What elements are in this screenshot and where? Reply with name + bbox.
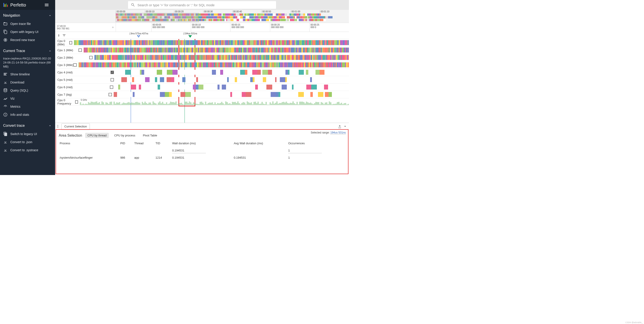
panel-menu-button[interactable] [55,125,60,128]
svg-point-15 [58,127,58,128]
nav-open-trace[interactable]: Open trace file [0,20,55,28]
column-header[interactable]: TID [154,140,170,147]
column-header[interactable]: Occurrences [286,140,348,147]
nav-section-title[interactable]: Navigation [0,11,55,20]
svg-rect-2 [6,4,6,7]
track-checkbox[interactable] [89,56,92,59]
timeline-start-time: 17:49:33 [57,25,70,27]
brand: Perfetto [0,1,55,9]
svg-point-13 [58,125,58,126]
minimap[interactable]: 00:00:0000:00:1000:00:2000:00:3000:00:40… [55,10,349,23]
track-checkbox[interactable] [78,49,82,52]
track-checkbox[interactable] [108,93,112,96]
chevron-down-icon[interactable] [343,124,347,128]
svg-rect-8 [4,75,7,75]
sort-icon[interactable] [57,34,60,37]
track-row[interactable]: Cpu 0 (little) [55,39,349,47]
track-checkbox[interactable] [73,63,77,67]
track-label: Cpu 2 (little) [58,56,73,59]
search-input[interactable] [138,3,273,7]
trace-info[interactable]: Info and stats [0,111,55,119]
track-checkbox[interactable] [110,71,114,74]
marker-start[interactable]: |3ms 573us 437ns [129,32,148,38]
track-label: Cpu 4 (mid) [58,71,73,74]
timeline-ruler[interactable]: 17:49:33843 700 961 + 00:00:05000 000 00… [55,23,349,32]
convert-section-title[interactable]: Convert trace [0,121,55,130]
trace-query[interactable]: Query (SQL) [0,86,55,95]
track-label: Cpu 0 Frequency [58,99,75,105]
selected-range: Selected range: 194us 531ns [311,131,346,134]
copy-icon [3,30,8,34]
track-checkbox[interactable] [110,78,114,82]
hamburger-button[interactable] [42,1,51,9]
download-icon [3,140,8,144]
trace-show-timeline[interactable]: Show timeline [0,70,55,78]
selection-table: ProcessPIDThreadTIDWall duration (ms)Avg… [58,140,348,161]
column-header[interactable]: Avg Wall duration (ms) [232,140,286,147]
database-icon [3,88,8,93]
column-header[interactable]: PID [118,140,132,147]
convert-systrace[interactable]: Convert to .systrace [0,146,55,154]
svg-rect-0 [3,3,4,7]
sidebar: Navigation Open trace file Open with leg… [0,10,55,175]
nav-open-legacy[interactable]: Open with legacy UI [0,28,55,36]
convert-legacy[interactable]: Switch to legacy UI [0,130,55,138]
trace-viz[interactable]: Viz [0,95,55,103]
menu-icon [44,3,49,8]
record-icon [3,38,8,42]
svg-rect-6 [4,73,7,74]
track-row[interactable]: Cpu 5 (mid) [55,76,349,84]
timeline-tracks[interactable]: Cpu 0 (little)Cpu 1 (little)Cpu 2 (littl… [55,39,349,123]
svg-rect-3 [7,5,8,7]
chevron-up-icon [48,14,52,18]
svg-rect-12 [5,114,6,114]
trace-section-title[interactable]: Current Trace [0,47,55,55]
perfetto-logo-icon [3,2,8,8]
track-row[interactable]: Cpu 2 (little) [55,54,349,61]
column-header[interactable]: Thread [132,140,154,147]
track-row[interactable]: Cpu 1 (little) [55,47,349,54]
marker-end[interactable]: |194us 531ns [183,32,197,38]
more-vert-icon [56,125,60,128]
svg-rect-7 [4,74,6,75]
plus-icon: + [112,25,114,29]
track-row[interactable]: Cpu 0 Frequency5 GHz [55,98,349,106]
column-header[interactable]: Wall duration (ms) [170,140,232,147]
chart-icon [3,96,8,101]
track-row[interactable]: Cpu 6 (mid) [55,84,349,91]
folder-open-icon [3,22,8,26]
tab-current-selection[interactable]: Current Selection [62,123,90,129]
timeline-icon [3,72,8,77]
track-label: Cpu 5 (mid) [58,78,73,82]
trace-download[interactable]: Download [0,78,55,86]
track-checkbox[interactable] [69,41,72,45]
subtab-cpu-thread[interactable]: CPU by thread [85,133,109,138]
info-icon [3,112,8,117]
download-icon [3,80,8,85]
nav-record[interactable]: Record new trace [0,36,55,44]
filter-icon[interactable] [62,34,66,37]
track-label: Cpu 3 (little) [58,63,73,67]
svg-point-9 [4,88,7,90]
details-panel: Current Selection Area Selection CPU by … [55,123,349,175]
gauge-icon [3,104,8,109]
track-row[interactable]: Cpu 7 (big) [55,91,349,98]
svg-point-5 [5,39,6,41]
table-row[interactable]: /system/bin/surfaceflinger986app12140.19… [58,155,348,161]
convert-json[interactable]: Convert to .json [0,138,55,146]
brand-name: Perfetto [10,3,26,8]
chevron-up-icon [48,124,52,128]
track-checkbox[interactable] [110,86,113,89]
track-checkbox[interactable] [75,100,78,104]
subtab-pivot[interactable]: Pivot Table [140,133,159,138]
search-icon [131,3,135,7]
svg-point-14 [58,126,58,127]
search-box[interactable] [128,1,276,9]
chevron-up-icon [48,49,52,53]
column-header[interactable]: Process [58,140,118,147]
collapse-up-icon[interactable] [338,124,342,128]
track-row[interactable]: Cpu 3 (little) [55,61,349,69]
track-row[interactable]: Cpu 4 (mid) [55,69,349,76]
trace-metrics[interactable]: Metrics [0,103,55,111]
subtab-cpu-process[interactable]: CPU by process [112,133,138,138]
